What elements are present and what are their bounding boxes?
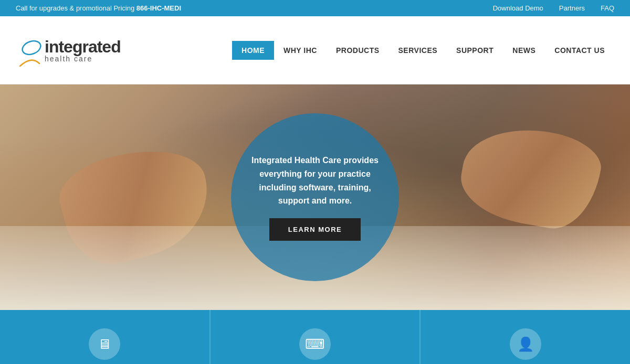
hero-circle-overlay: Integrated Health Care provides everythi… — [231, 113, 399, 281]
top-bar: Call for upgrades & promotional Pricing … — [0, 0, 630, 16]
card-software[interactable]: 🖥 — [0, 310, 211, 364]
learn-more-button[interactable]: LEARN MORE — [269, 218, 361, 241]
svg-point-0 — [20, 38, 42, 57]
header: integrated health care HOME WHY IHC PROD… — [0, 16, 630, 84]
logo-text-block: integrated health care — [45, 38, 121, 62]
promo-label: Call for upgrades & promotional Pricing — [16, 4, 136, 12]
person-icon: 👤 — [517, 336, 534, 352]
logo-icon — [16, 37, 42, 63]
nav-news[interactable]: NEWS — [503, 41, 545, 60]
main-nav: HOME WHY IHC PRODUCTS SERVICES SUPPORT N… — [232, 41, 614, 60]
logo-healthcare: health care — [45, 55, 121, 62]
faq-link[interactable]: FAQ — [601, 4, 614, 12]
nav-home[interactable]: HOME — [232, 41, 274, 60]
top-bar-links: Download Demo Partners FAQ — [493, 4, 614, 12]
card-training[interactable]: ⌨ — [211, 310, 421, 364]
hero-section: Integrated Health Care provides everythi… — [0, 84, 630, 310]
keyboard-icon: ⌨ — [305, 336, 325, 352]
logo-swoosh-svg — [16, 37, 42, 74]
training-icon-circle: ⌨ — [299, 328, 331, 360]
download-demo-link[interactable]: Download Demo — [493, 4, 543, 12]
monitor-icon: 🖥 — [98, 336, 111, 352]
hero-description: Integrated Health Care provides everythi… — [247, 154, 383, 207]
nav-contact-us[interactable]: CONTACT US — [545, 41, 614, 60]
nav-support[interactable]: SUPPORT — [447, 41, 503, 60]
logo[interactable]: integrated health care — [16, 37, 121, 63]
nav-why-ihc[interactable]: WHY IHC — [274, 41, 327, 60]
bottom-cards: 🖥 ⌨ 👤 — [0, 310, 630, 364]
software-icon-circle: 🖥 — [89, 328, 120, 360]
card-support[interactable]: 👤 — [421, 310, 630, 364]
support-icon-circle: 👤 — [510, 328, 541, 360]
partners-link[interactable]: Partners — [559, 4, 585, 12]
phone-number: 866-IHC-MEDI — [136, 4, 181, 12]
nav-products[interactable]: PRODUCTS — [327, 41, 389, 60]
logo-integrated: integrated — [45, 38, 121, 55]
promo-text: Call for upgrades & promotional Pricing … — [16, 4, 181, 12]
nav-services[interactable]: SERVICES — [389, 41, 447, 60]
